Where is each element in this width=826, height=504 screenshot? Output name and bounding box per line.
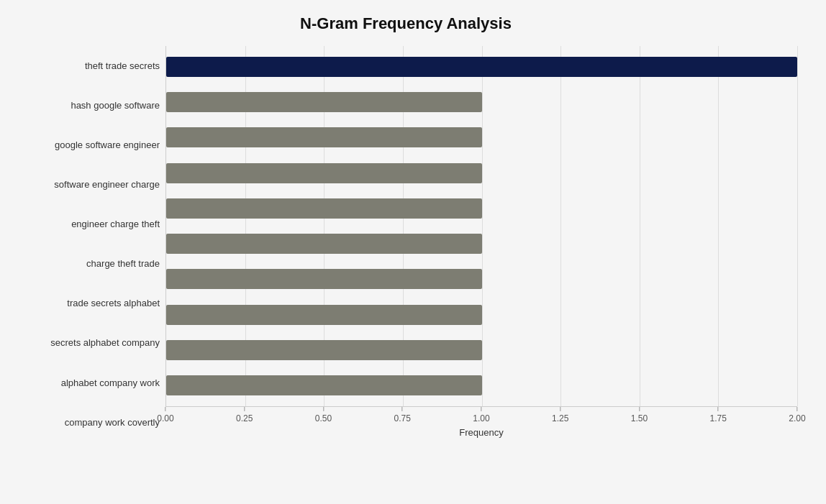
x-tick-line <box>560 407 560 411</box>
bar-row <box>166 297 797 332</box>
bars-and-xaxis: 0.000.250.500.751.001.251.501.752.00 Fre… <box>165 46 797 442</box>
x-tick-label: 0.50 <box>315 413 332 423</box>
bar-row <box>166 191 797 226</box>
bar-row <box>166 332 797 367</box>
x-axis-tick: 2.00 <box>789 407 805 423</box>
x-tick-line <box>481 407 481 411</box>
bar-row <box>166 120 797 155</box>
y-axis-label: engineer charge theft <box>14 216 160 233</box>
x-tick-line <box>639 407 640 411</box>
y-axis-label: charge theft trade <box>14 255 160 272</box>
bars-rows <box>166 46 797 406</box>
x-tick-line <box>323 407 324 411</box>
bar <box>166 57 797 77</box>
y-axis-label: company work covertly <box>14 414 160 431</box>
y-axis-label: hash google software <box>14 97 160 114</box>
x-axis-title: Frequency <box>165 427 797 438</box>
x-axis: 0.000.250.500.751.001.251.501.752.00 Fre… <box>165 406 797 442</box>
x-tick-line <box>718 407 719 411</box>
y-axis-label: theft trade secrets <box>14 58 160 75</box>
x-axis-tick: 0.00 <box>157 407 173 423</box>
y-axis-label: trade secrets alphabet <box>14 295 160 312</box>
bars-area <box>165 46 797 406</box>
x-tick-line <box>244 407 245 411</box>
y-axis-label: google software engineer <box>14 137 160 154</box>
bar-row <box>166 49 797 84</box>
bar <box>166 305 482 325</box>
x-tick-label: 1.75 <box>710 413 727 423</box>
y-axis-labels: theft trade secretshash google softwareg… <box>14 46 165 442</box>
x-axis-tick: 1.00 <box>473 407 489 423</box>
chart-container: N-Gram Frequency Analysis theft trade se… <box>0 0 826 504</box>
x-tick-label: 0.25 <box>236 413 253 423</box>
x-tick-line <box>165 407 165 411</box>
x-tick-label: 2.00 <box>789 413 805 423</box>
x-tick-line <box>402 407 403 411</box>
bar <box>166 198 482 219</box>
bar-row <box>166 155 797 191</box>
chart-title: N-Gram Frequency Analysis <box>14 14 797 33</box>
bar-row <box>166 262 797 297</box>
x-tick-label: 0.00 <box>157 413 173 423</box>
bar <box>166 234 482 254</box>
bar-row <box>166 84 797 119</box>
x-axis-tick: 1.25 <box>552 407 568 423</box>
bar <box>166 269 482 289</box>
bar <box>166 127 482 147</box>
x-tick-line <box>796 407 797 411</box>
x-axis-tick: 0.75 <box>394 407 411 423</box>
x-tick-label: 1.50 <box>631 413 648 423</box>
y-axis-label: secrets alphabet company <box>14 334 160 352</box>
bar-row <box>166 368 797 403</box>
chart-area: theft trade secretshash google softwareg… <box>14 46 797 442</box>
bar-row <box>166 226 797 261</box>
x-tick-label: 1.25 <box>552 413 568 423</box>
x-axis-tick: 1.50 <box>631 407 648 423</box>
x-axis-tick: 0.50 <box>315 407 332 423</box>
x-axis-tick: 1.75 <box>710 407 727 423</box>
x-tick-label: 0.75 <box>394 413 411 423</box>
y-axis-label: alphabet company work <box>14 375 160 392</box>
x-axis-tick: 0.25 <box>236 407 253 423</box>
bar <box>166 92 482 112</box>
grid-line <box>797 46 798 406</box>
y-axis-label: software engineer charge <box>14 176 160 193</box>
bar <box>166 375 482 395</box>
bar <box>166 163 482 183</box>
x-tick-label: 1.00 <box>473 413 489 423</box>
bar <box>166 340 482 360</box>
